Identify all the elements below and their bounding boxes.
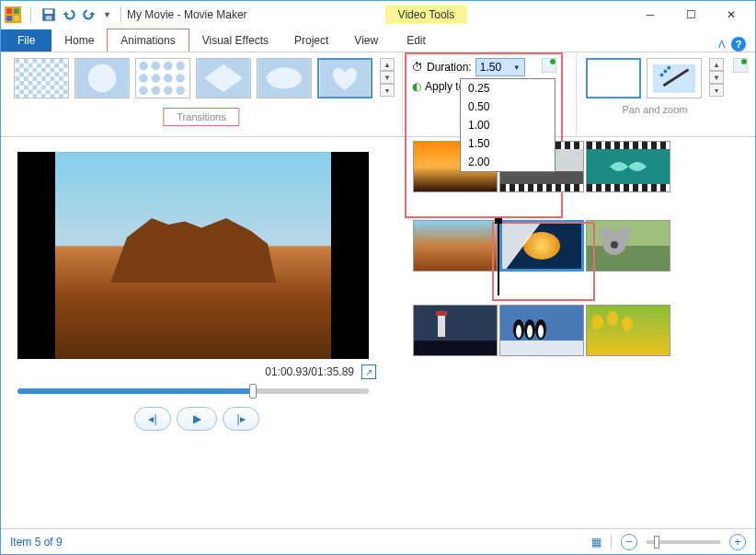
- collapse-ribbon-icon[interactable]: ᐱ: [718, 39, 726, 51]
- apply-all-icon: ◐: [412, 80, 421, 93]
- svg-point-36: [667, 65, 670, 69]
- tab-file[interactable]: File: [1, 29, 52, 52]
- title-bar: ▼ My Movie - Movie Maker Video Tools ─ ☐…: [1, 1, 755, 29]
- transition-side-icon[interactable]: [542, 58, 556, 73]
- svg-point-24: [164, 87, 173, 96]
- tab-edit[interactable]: Edit: [394, 29, 439, 52]
- svg-point-54: [622, 317, 633, 331]
- gallery-up-icon[interactable]: ▲: [380, 58, 395, 71]
- svg-point-18: [139, 74, 148, 83]
- playhead[interactable]: [498, 222, 499, 295]
- panzoom-down-icon[interactable]: ▼: [709, 71, 724, 84]
- duration-option[interactable]: 1.00: [461, 116, 555, 134]
- zoom-out-button[interactable]: −: [621, 534, 637, 550]
- pan-zoom-none[interactable]: [586, 58, 641, 98]
- pan-zoom-group: ▲ ▼ ▾ Pan and zoom: [576, 52, 733, 136]
- time-display: 01:00.93/01:35.89: [265, 365, 354, 378]
- svg-point-16: [164, 62, 173, 71]
- clip-3[interactable]: [586, 141, 670, 192]
- zoom-thumb[interactable]: [654, 536, 659, 549]
- app-icon: [5, 6, 21, 23]
- svg-point-12: [88, 64, 117, 93]
- maximize-button[interactable]: ☐: [670, 2, 711, 28]
- minimize-button[interactable]: ─: [630, 2, 670, 28]
- svg-point-37: [660, 73, 664, 76]
- svg-point-42: [617, 227, 630, 240]
- status-bar: Item 5 of 9 ▦ − +: [1, 528, 755, 554]
- transition-eye[interactable]: [257, 58, 312, 98]
- svg-rect-2: [14, 8, 19, 14]
- svg-point-17: [176, 62, 185, 71]
- tab-view[interactable]: View: [341, 29, 391, 52]
- preview-pane: 01:00.93/01:35.89 ↗ ◂| ▶ |▸: [1, 137, 385, 522]
- clip-4[interactable]: [413, 220, 498, 272]
- svg-point-49: [516, 325, 521, 338]
- duration-option[interactable]: 0.25: [461, 79, 555, 98]
- svg-point-25: [176, 87, 185, 96]
- panzoom-side-icon[interactable]: [733, 58, 748, 73]
- undo-icon[interactable]: [61, 6, 77, 23]
- clip-8[interactable]: [499, 305, 584, 356]
- svg-rect-1: [6, 8, 12, 14]
- next-frame-button[interactable]: |▸: [223, 407, 259, 431]
- svg-point-14: [139, 62, 148, 71]
- clip-7[interactable]: [413, 305, 498, 356]
- prev-frame-button[interactable]: ◂|: [134, 407, 171, 431]
- pan-zoom-label: Pan and zoom: [586, 104, 724, 115]
- panzoom-up-icon[interactable]: ▲: [709, 58, 724, 71]
- qat-dropdown-icon[interactable]: ▼: [103, 10, 111, 19]
- svg-point-15: [152, 62, 161, 71]
- gallery-more-icon[interactable]: ▾: [380, 84, 395, 97]
- pan-zoom-preset[interactable]: [647, 58, 702, 98]
- zoom-slider[interactable]: [647, 540, 720, 544]
- duration-option[interactable]: 0.50: [461, 98, 555, 116]
- storyboard[interactable]: [385, 137, 755, 522]
- tab-visual-effects[interactable]: Visual Effects: [189, 29, 281, 52]
- duration-option[interactable]: 1.50: [461, 134, 555, 153]
- clip-5-selected[interactable]: [499, 220, 584, 272]
- clip-9[interactable]: [586, 305, 670, 356]
- save-icon[interactable]: [40, 6, 57, 23]
- fullscreen-icon[interactable]: ↗: [361, 364, 376, 379]
- duration-input[interactable]: 1.50 ▼: [475, 58, 525, 76]
- transition-circle[interactable]: [74, 58, 130, 98]
- panzoom-more-icon[interactable]: ▾: [709, 84, 724, 97]
- help-icon[interactable]: ?: [731, 37, 746, 52]
- transition-diamond[interactable]: [196, 58, 251, 98]
- svg-rect-4: [14, 16, 19, 21]
- svg-point-35: [663, 69, 667, 73]
- seek-thumb[interactable]: [249, 384, 257, 399]
- dropdown-arrow-icon[interactable]: ▼: [513, 64, 521, 72]
- tab-home[interactable]: Home: [52, 29, 107, 52]
- close-button[interactable]: ✕: [711, 2, 751, 28]
- duration-group: ⏱ Duration: 1.50 ▼ ◐ Apply to all 0.25 0…: [402, 52, 534, 136]
- svg-point-39: [741, 59, 747, 64]
- transition-circles[interactable]: [135, 58, 190, 98]
- svg-rect-7: [46, 16, 52, 20]
- redo-icon[interactable]: [81, 6, 97, 23]
- transition-checker[interactable]: [14, 58, 69, 98]
- transitions-group-label: Transitions: [163, 108, 239, 126]
- tab-project[interactable]: Project: [281, 29, 341, 52]
- duration-option[interactable]: 2.00: [461, 153, 555, 171]
- duration-value: 1.50: [480, 61, 501, 74]
- duration-label: Duration:: [427, 61, 472, 74]
- transition-heart[interactable]: [317, 58, 372, 98]
- view-toggle-icon[interactable]: ▦: [591, 536, 601, 549]
- gallery-down-icon[interactable]: ▼: [380, 71, 395, 84]
- svg-point-19: [152, 74, 161, 83]
- ribbon: ▲ ▼ ▾ Transitions ⏱ Duration: 1.50 ▼ ◐ A…: [1, 52, 755, 137]
- seek-slider[interactable]: [17, 388, 369, 394]
- svg-point-21: [176, 74, 185, 83]
- context-tab-label: Video Tools: [385, 6, 468, 24]
- preview-image: [55, 152, 331, 359]
- play-button[interactable]: ▶: [177, 407, 217, 431]
- zoom-in-button[interactable]: +: [729, 534, 746, 550]
- clip-6[interactable]: [586, 220, 670, 272]
- svg-point-32: [550, 59, 556, 64]
- duration-dropdown[interactable]: 0.25 0.50 1.00 1.50 2.00: [460, 78, 556, 172]
- svg-rect-45: [436, 311, 447, 316]
- svg-point-23: [152, 87, 161, 96]
- ribbon-tabs: File Home Animations Visual Effects Proj…: [1, 29, 755, 52]
- tab-animations[interactable]: Animations: [107, 29, 189, 52]
